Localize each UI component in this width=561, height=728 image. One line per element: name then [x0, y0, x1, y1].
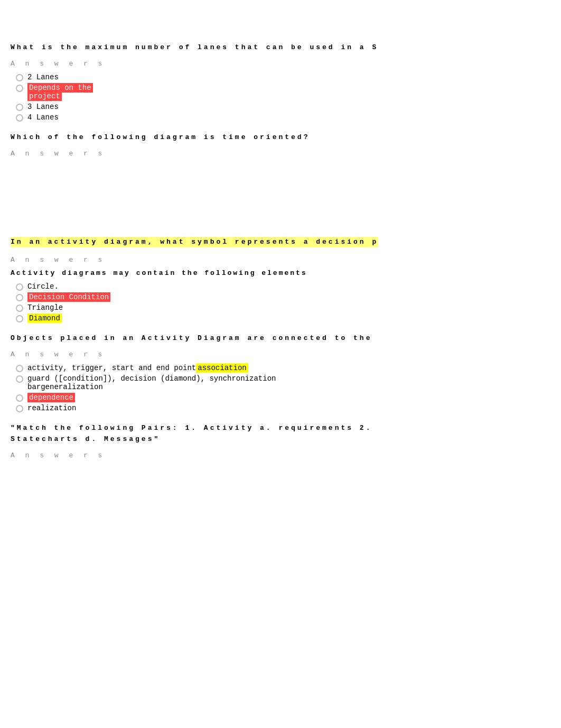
answer-1-4[interactable]: 4 Lanes [11, 113, 550, 122]
question-3-section: In an activity diagram, what symbol repr… [11, 237, 550, 323]
question-5-section: "Match the following Pairs: 1. Activity … [11, 423, 550, 459]
radio-4-3[interactable] [16, 394, 23, 402]
question-3-text: In an activity diagram, what symbol repr… [11, 237, 378, 248]
q3-sub-text: Activity diagrams may contain the follow… [11, 269, 550, 277]
answer-3-4-text: Diamond [27, 314, 62, 322]
answer-4-4[interactable]: realization [11, 404, 550, 412]
question-4-section: Objects placed in an Activity Diagram ar… [11, 333, 550, 412]
radio-3-3[interactable] [16, 305, 23, 312]
answer-3-2-text: Decision Condition [27, 293, 110, 301]
answer-1-4-text: 4 Lanes [27, 113, 59, 122]
answer-1-3-text: 3 Lanes [27, 103, 59, 111]
answers-2-placeholder [11, 163, 550, 226]
highlight-association: association [196, 363, 248, 373]
answer-4-3-text: dependence [27, 393, 75, 402]
question-1-text: What is the maximum number of lanes that… [11, 42, 550, 53]
answers-label-3: A n s w e r s [11, 256, 550, 264]
answer-1-2[interactable]: Depends on the project [11, 84, 550, 100]
answer-1-2-text: Depends on the project [27, 84, 93, 100]
question-4-text: Objects placed in an Activity Diagram ar… [11, 333, 550, 344]
answer-4-2-text: guard ([condition]), decision (diamond),… [27, 374, 276, 391]
question-5-text: "Match the following Pairs: 1. Activity … [11, 423, 550, 445]
answer-3-2[interactable]: Decision Condition [11, 293, 550, 301]
radio-4-4[interactable] [16, 405, 23, 412]
radio-3-1[interactable] [16, 283, 23, 291]
answer-4-4-text: realization [27, 404, 76, 412]
highlight-decision-condition: Decision Condition [27, 292, 110, 302]
generalization-text: generalization [41, 383, 103, 391]
answer-3-1-text: Circle. [27, 282, 59, 291]
answer-1-1-text: 2 Lanes [27, 73, 59, 81]
radio-1-2[interactable] [16, 85, 23, 92]
answer-3-1[interactable]: Circle. [11, 282, 550, 291]
highlight-dependence: dependence [27, 393, 75, 402]
answer-3-3-text: Triangle [27, 303, 63, 312]
highlight-diamond: Diamond [27, 314, 62, 323]
radio-1-4[interactable] [16, 114, 23, 122]
answers-label-2: A n s w e r s [11, 150, 550, 158]
answer-3-4[interactable]: Diamond [11, 314, 550, 322]
answers-label-1: A n s w e r s [11, 60, 550, 68]
answer-4-3[interactable]: dependence [11, 393, 550, 402]
radio-1-1[interactable] [16, 74, 23, 81]
answer-1-1[interactable]: 2 Lanes [11, 73, 550, 81]
highlight-project: project [27, 91, 62, 101]
answer-4-2[interactable]: guard ([condition]), decision (diamond),… [11, 374, 550, 391]
answer-1-3[interactable]: 3 Lanes [11, 103, 550, 111]
answers-label-5: A n s w e r s [11, 451, 550, 459]
radio-4-2[interactable] [16, 375, 23, 383]
question-2-section: Which of the following diagram is time o… [11, 132, 550, 226]
radio-1-3[interactable] [16, 104, 23, 111]
radio-4-1[interactable] [16, 365, 23, 372]
answer-4-1[interactable]: activity, trigger, start and end pointas… [11, 364, 550, 372]
radio-3-4[interactable] [16, 315, 23, 322]
question-2-text: Which of the following diagram is time o… [11, 132, 550, 143]
answer-3-3[interactable]: Triangle [11, 303, 550, 312]
answer-4-1-text: activity, trigger, start and end pointas… [27, 364, 248, 372]
answers-label-4: A n s w e r s [11, 351, 550, 358]
radio-3-2[interactable] [16, 294, 23, 301]
question-1-section: What is the maximum number of lanes that… [11, 42, 550, 122]
